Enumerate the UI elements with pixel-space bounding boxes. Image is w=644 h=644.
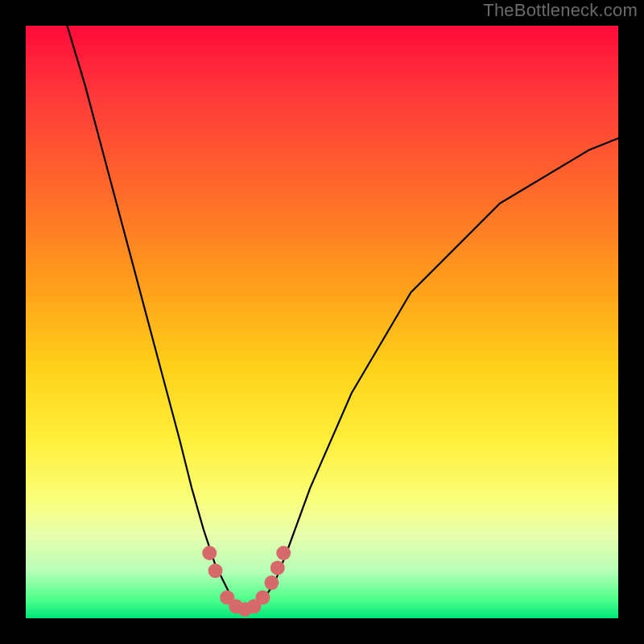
marker-dot xyxy=(276,546,291,560)
chart-frame: TheBottleneck.com xyxy=(0,0,644,644)
marker-dot xyxy=(208,564,223,578)
marker-dot xyxy=(270,560,285,575)
marker-dots xyxy=(202,546,291,617)
chart-svg xyxy=(26,26,618,618)
marker-dot xyxy=(255,590,270,605)
marker-dot xyxy=(264,576,279,590)
bottleneck-curve xyxy=(68,26,619,609)
curve-path xyxy=(68,26,619,609)
watermark-label: TheBottleneck.com xyxy=(483,0,638,21)
plot-area xyxy=(26,26,618,618)
marker-dot xyxy=(202,546,217,560)
